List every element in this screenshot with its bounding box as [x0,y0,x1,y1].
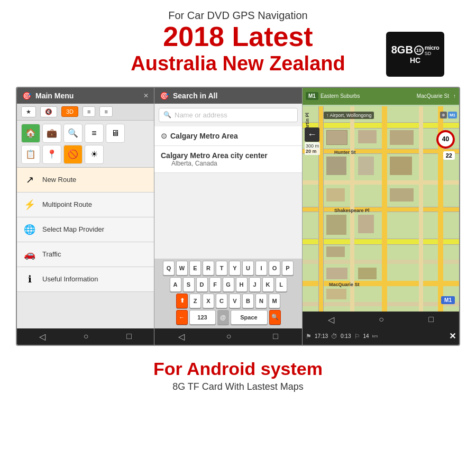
key-x[interactable]: X [203,294,214,308]
info-icon: ℹ [22,272,37,287]
road-v4 [419,106,423,328]
map-back-btn[interactable]: ◁ [328,315,334,325]
key-l[interactable]: L [276,277,287,292]
key-y[interactable]: Y [229,261,241,276]
key-n[interactable]: N [255,294,267,308]
menu-item-new-route[interactable]: ↗ New Route [17,168,154,193]
key-p[interactable]: P [282,261,294,276]
key-shift[interactable]: ⬆ [176,294,188,308]
mid-back-btn[interactable]: ◁ [178,332,185,342]
multipoint-icon: ⚡ [22,197,37,212]
key-123[interactable]: 123 [189,310,216,325]
key-m[interactable]: M [269,294,280,308]
key-j[interactable]: J [249,277,261,292]
highway-icon: ⊕ [440,112,447,118]
key-q[interactable]: Q [163,261,175,276]
3d-btn[interactable]: 3D [61,106,78,117]
icon-row-2: 📋 📍 🚫 ☀ [21,145,150,164]
screenshots-container: 🎯 Main Menu ✕ ★ 🔇 3D ≡ ≡ 🏠 💼 🔍 ≡ 🖥 📋 📍 🚫 [16,87,460,346]
key-u[interactable]: U [242,261,254,276]
street-label-hunter: Hunter St [334,150,356,155]
key-h[interactable]: H [236,277,248,292]
weather-icon-btn[interactable]: ☀ [85,145,104,164]
menu-item-traffic[interactable]: 🚗 Traffic [17,242,154,267]
search-panel: 🎯 Search in All 🔍 Name or address ⊙ Calg… [154,88,303,345]
key-special[interactable]: @ [217,310,229,325]
key-r[interactable]: R [203,261,214,276]
key-a[interactable]: A [170,277,181,292]
search-input-placeholder[interactable]: Name or address [175,111,293,119]
search-result-1[interactable]: ⊙ Calgary Metro Area [154,126,302,146]
menu-item-map-provider[interactable]: 🌐 Select Map Provider [17,217,154,242]
key-space[interactable]: Space [231,310,268,325]
map-nav-top: ⊕ M1 [440,112,457,118]
key-s[interactable]: S [183,277,195,292]
key-e[interactable]: E [189,261,201,276]
map-provider-icon: 🌐 [22,222,37,237]
monitor-icon-btn[interactable]: 🖥 [106,124,125,143]
sd-gb-label: 8GB [391,44,413,56]
map-icon-btn[interactable]: 📋 [21,145,40,164]
key-k[interactable]: K [262,277,274,292]
key-z[interactable]: Z [189,294,201,308]
map-home-btn[interactable]: ○ [379,315,384,324]
search-result-2[interactable]: Calgary Metro Area city center Alberta, … [154,146,302,173]
key-i[interactable]: I [255,261,267,276]
search-panel-header: 🎯 Search in All [154,88,302,104]
back-nav-btn[interactable]: ◁ [39,332,45,342]
sd-card: 8GB 10 micro SD HC [386,32,444,77]
key-backspace[interactable]: ← [176,310,188,325]
star-btn[interactable]: ★ [21,106,36,117]
m1-road-icon: M1 [448,112,457,118]
map-bottom-bar: ⚑ 17:13 ⏱ 0:13 ⚐ 14 km ✕ [303,328,459,345]
menu-label-new-route: New Route [42,176,76,184]
mid-square-btn[interactable]: □ [273,332,278,341]
search-box[interactable]: 🔍 Name or address [159,108,298,122]
close-icon[interactable]: ✕ [143,92,149,99]
work-icon-btn[interactable]: 💼 [42,124,61,143]
map-terrain: Hunter St Shakespeare Pl MacQuarie St Ma… [303,106,459,328]
main-toolbar: ★ 🔇 3D ≡ ≡ [17,104,154,121]
menu-item-multipoint[interactable]: ⚡ Multipoint Route [17,193,154,217]
key-d[interactable]: D [196,277,208,292]
square-nav-btn[interactable]: □ [126,332,132,341]
key-row-qwerty: Q W E R T Y U I O P [157,261,300,276]
key-t[interactable]: T [216,261,227,276]
key-b[interactable]: B [242,294,254,308]
list-icon-btn[interactable]: ≡ [85,124,104,143]
menu-btn1[interactable]: ≡ [83,106,95,117]
mid-panel-bottom-nav: ◁ ○ □ [154,328,302,345]
road-h1 [303,122,459,129]
menu-btn2[interactable]: ≡ [99,106,112,117]
no-icon-btn[interactable]: 🚫 [63,145,83,164]
pin-icon-btn[interactable]: 📍 [42,145,61,164]
search-icon-btn[interactable]: 🔍 [63,124,83,143]
road-v2 [350,106,354,328]
building-6 [390,157,412,175]
keyboard: Q W E R T Y U I O P A S D F G H J K L [154,259,302,328]
road-h8 [303,302,459,306]
map-square-btn[interactable]: □ [428,315,434,324]
key-w[interactable]: W [176,261,188,276]
m1-bottom-badge: M1 [441,296,455,304]
key-o[interactable]: O [269,261,280,276]
key-c[interactable]: C [216,294,227,308]
flag-end-icon: ⚐ [354,333,360,340]
mute-btn[interactable]: 🔇 [40,106,57,117]
mid-home-btn[interactable]: ○ [226,332,232,341]
key-g[interactable]: G [223,277,234,292]
home-icon-btn[interactable]: 🏠 [21,124,40,143]
key-f[interactable]: F [209,277,221,292]
key-search[interactable]: 🔍 [269,310,281,325]
map-close-btn[interactable]: ✕ [449,331,456,341]
map-units: km [372,334,378,338]
road-h3 [303,180,459,185]
sd-micro-label: micro SD [425,44,439,56]
building-13 [358,268,377,279]
key-v[interactable]: V [229,294,241,308]
speed-limit-badge: 40 [436,130,455,149]
menu-item-useful-info[interactable]: ℹ Useful Information [17,267,154,292]
map-trip-time: 0:13 [341,333,351,339]
traffic-icon: 🚗 [22,247,37,262]
home-nav-btn[interactable]: ○ [84,332,89,341]
